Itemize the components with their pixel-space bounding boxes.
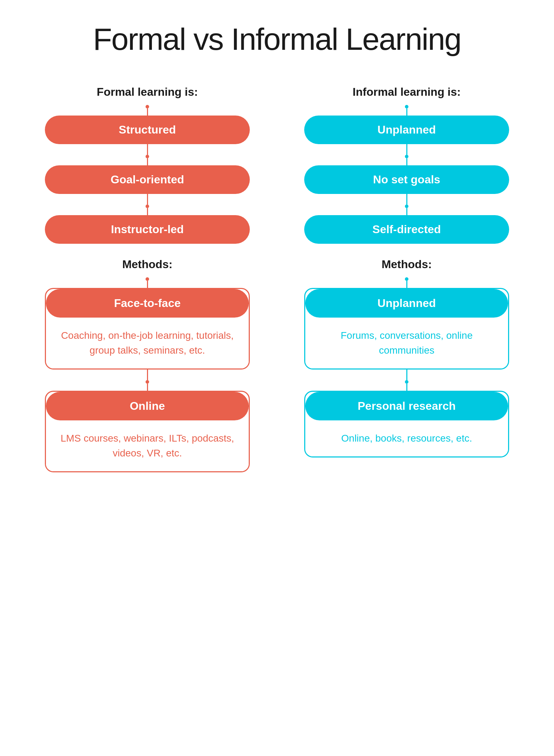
informal-line-1b (406, 144, 407, 155)
informal-dot-3 (405, 205, 408, 208)
formal-line-1b (147, 144, 148, 155)
informal-pill-nogoals: No set goals (304, 165, 509, 194)
informal-line-3a (406, 208, 407, 215)
informal-pill-unplanned: Unplanned (304, 116, 509, 144)
formal-dot-1 (146, 105, 149, 108)
formal-column: Formal learning is: Structured Goal-orie… (28, 85, 266, 472)
formal-card-online-body: LMS courses, webinars, ILTs, podcasts, v… (46, 420, 249, 471)
informal-dot-methods-1 (405, 277, 408, 281)
formal-pill-goal: Goal-oriented (45, 165, 250, 194)
formal-dot-2 (146, 155, 149, 158)
informal-card-research: Personal research Online, books, resourc… (304, 391, 509, 457)
formal-dot-methods-2 (146, 380, 149, 384)
informal-card-research-body: Online, books, resources, etc. (305, 420, 508, 456)
informal-line-m1 (406, 281, 407, 288)
formal-dot-3 (146, 205, 149, 208)
informal-line-1a (406, 108, 407, 116)
formal-methods-label: Methods: (122, 258, 172, 271)
formal-card-face: Face-to-face Coaching, on-the-job learni… (45, 288, 250, 370)
informal-dot-methods-2 (405, 380, 408, 384)
formal-line-m2 (147, 370, 148, 380)
page-title: Formal vs Informal Learning (28, 21, 526, 57)
formal-line-m3 (147, 384, 148, 391)
informal-pill-selfdirected: Self-directed (304, 215, 509, 244)
formal-pill-instructor: Instructor-led (45, 215, 250, 244)
formal-line-2a (147, 158, 148, 165)
formal-pill-structured: Structured (45, 116, 250, 144)
informal-card-unplanned-body: Forums, conversations, online communitie… (305, 318, 508, 368)
formal-line-m1 (147, 281, 148, 288)
informal-line-2b (406, 194, 407, 205)
informal-line-m3 (406, 384, 407, 391)
formal-card-face-body: Coaching, on-the-job learning, tutorials… (46, 318, 249, 368)
informal-card-unplanned: Unplanned Forums, conversations, online … (304, 288, 509, 370)
informal-line-2a (406, 158, 407, 165)
formal-line-1a (147, 108, 148, 116)
main-columns: Formal learning is: Structured Goal-orie… (28, 85, 526, 472)
informal-dot-1 (405, 105, 408, 108)
informal-card-unplanned-header: Unplanned (305, 289, 508, 318)
formal-card-online-header: Online (46, 392, 249, 420)
informal-line-m2 (406, 370, 407, 380)
formal-card-online: Online LMS courses, webinars, ILTs, podc… (45, 391, 250, 472)
formal-card-face-header: Face-to-face (46, 289, 249, 318)
informal-card-research-header: Personal research (305, 392, 508, 420)
formal-line-2b (147, 194, 148, 205)
formal-line-3a (147, 208, 148, 215)
informal-methods-label: Methods: (382, 258, 432, 271)
informal-column: Informal learning is: Unplanned No set g… (288, 85, 526, 472)
informal-dot-2 (405, 155, 408, 158)
formal-dot-methods-1 (146, 277, 149, 281)
formal-section-label: Formal learning is: (97, 85, 198, 99)
informal-section-label: Informal learning is: (353, 85, 461, 99)
